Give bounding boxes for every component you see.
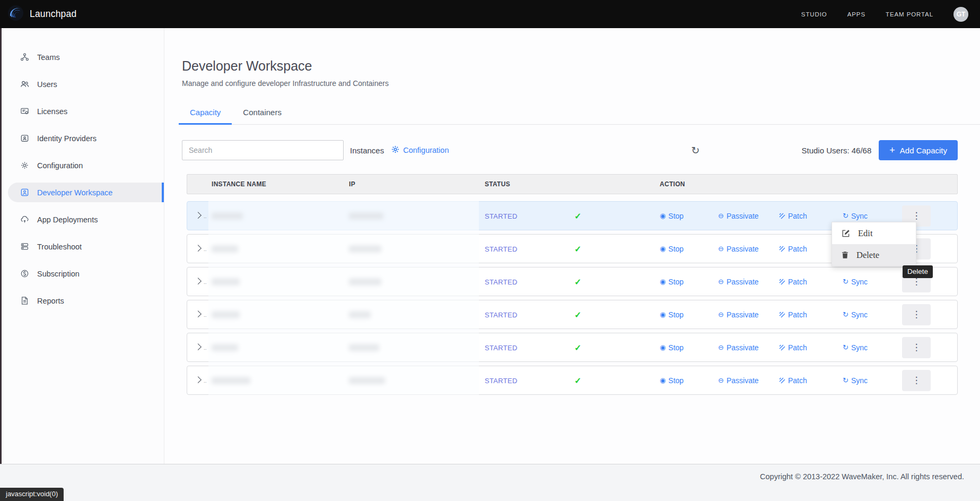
passivate-action-icon: ⊖ [718,311,724,318]
status-badge: STARTED [485,343,518,351]
sidebar-item-developer-workspace[interactable]: Developer Workspace [8,183,164,202]
patch-action[interactable]: Patch [779,310,807,319]
action-label: Patch [788,343,807,352]
brand[interactable]: Launchpad [7,5,76,23]
add-capacity-button[interactable]: + Add Capacity [879,140,958,160]
row-menu-button[interactable]: ⋮ [902,337,931,358]
sidebar-item-label: Teams [37,53,60,62]
row-expand-chevron-icon[interactable] [195,212,202,219]
sync-action-icon: ↻ [843,212,848,219]
plus-icon: + [889,145,895,156]
stop-action[interactable]: ◉Stop [660,245,684,253]
action-label: Sync [851,343,868,352]
patch-action[interactable]: Patch [779,245,807,253]
patch-action-icon [779,246,785,252]
sidebar-item-licenses[interactable]: Licenses [8,101,164,121]
table-header: INSTANCE NAMEIPSTATUSACTION [187,174,958,194]
top-link-team-portal[interactable]: TEAM PORTAL [886,11,933,18]
status-badge: STARTED [485,245,518,253]
patch-action[interactable]: Patch [779,212,807,220]
identity-providers-icon [20,134,29,143]
stop-action-icon: ◉ [660,311,666,318]
top-link-studio[interactable]: STUDIO [801,11,827,18]
sidebar-item-configuration[interactable]: Configuration [8,156,164,175]
stop-action[interactable]: ◉Stop [660,376,684,385]
instances-label: Instances [350,146,384,155]
sync-action-icon: ↻ [843,344,848,351]
passivate-action-icon: ⊖ [718,377,724,384]
sync-action[interactable]: ↻Sync [843,278,868,286]
passivate-action[interactable]: ⊖Passivate [718,212,759,220]
menu-item-delete[interactable]: Delete [832,244,916,266]
passivate-action-icon: ⊖ [718,278,724,285]
success-check-icon: ✓ [574,309,581,319]
instance-ip-redacted [349,212,383,219]
patch-action[interactable]: Patch [779,278,807,286]
sidebar-item-reports[interactable]: Reports [8,291,164,310]
search-input[interactable] [182,140,344,160]
column-header-ip: IP [349,180,355,188]
stop-action[interactable]: ◉Stop [660,278,684,286]
top-link-apps[interactable]: APPS [847,11,865,18]
row-expand-chevron-icon[interactable] [195,376,202,383]
passivate-action[interactable]: ⊖Passivate [718,376,759,385]
users-icon [20,80,29,89]
passivate-action-icon: ⊖ [718,344,724,351]
row-menu-button[interactable]: ⋮ [902,370,931,391]
passivate-action[interactable]: ⊖Passivate [718,245,759,253]
sidebar-item-subscription[interactable]: Subscription [8,264,164,283]
patch-action[interactable]: Patch [779,343,807,352]
sync-action[interactable]: ↻Sync [843,310,868,319]
action-label: Patch [788,212,807,220]
sync-action[interactable]: ↻Sync [843,212,868,220]
sidebar-item-users[interactable]: Users [8,74,164,94]
stop-action[interactable]: ◉Stop [660,343,684,352]
sidebar-item-troubleshoot[interactable]: Troubleshoot [8,237,164,256]
tab-containers[interactable]: Containers [232,102,293,124]
success-check-icon: ✓ [574,277,581,287]
action-label: Sync [851,310,868,319]
action-label: Passivate [727,278,759,286]
sidebar-item-teams[interactable]: Teams [8,47,164,67]
page-title: Developer Workspace [182,58,958,74]
stop-action[interactable]: ◉Stop [660,310,684,319]
avatar[interactable]: GT [953,7,968,22]
stop-action[interactable]: ◉Stop [660,212,684,220]
sidebar-item-identity-providers[interactable]: Identity Providers [8,128,164,148]
sidebar-item-app-deployments[interactable]: App Deployments [8,210,164,229]
sync-action-icon: ↻ [843,377,848,384]
row-expand-chevron-icon[interactable] [195,278,202,284]
instance-ip-redacted [349,311,371,318]
reports-icon [20,296,29,306]
instance-name-prefix: .. [204,377,207,383]
row-expand-chevron-icon[interactable] [195,245,202,252]
sidebar-item-label: Developer Workspace [37,188,112,197]
stop-action-icon: ◉ [660,212,666,219]
success-check-icon: ✓ [574,375,581,385]
instance-name-redacted [212,278,240,285]
sidebar-item-label: Identity Providers [37,134,97,143]
sync-action[interactable]: ↻Sync [843,376,868,385]
teams-icon [20,53,29,62]
passivate-action[interactable]: ⊖Passivate [718,278,759,286]
sync-action[interactable]: ↻Sync [843,343,868,352]
edit-icon [841,229,851,238]
passivate-action[interactable]: ⊖Passivate [718,343,759,352]
patch-action[interactable]: Patch [779,376,807,385]
row-context-menu: EditDelete [832,222,916,266]
sidebar-item-label: App Deployments [37,215,98,224]
row-menu-button[interactable]: ⋮ [902,304,931,325]
refresh-icon[interactable]: ↻ [692,145,700,156]
instance-name-redacted [212,245,238,252]
tab-capacity[interactable]: Capacity [179,102,232,125]
passivate-action-icon: ⊖ [718,245,724,252]
configuration-link[interactable]: Configuration [391,145,449,156]
instance-name-redacted [212,311,240,318]
row-expand-chevron-icon[interactable] [195,310,202,317]
menu-item-label: Delete [856,250,879,261]
menu-item-edit[interactable]: Edit [832,222,916,244]
action-label: Patch [788,278,807,286]
row-expand-chevron-icon[interactable] [195,343,202,350]
passivate-action[interactable]: ⊖Passivate [718,310,759,319]
troubleshoot-icon [20,242,29,252]
